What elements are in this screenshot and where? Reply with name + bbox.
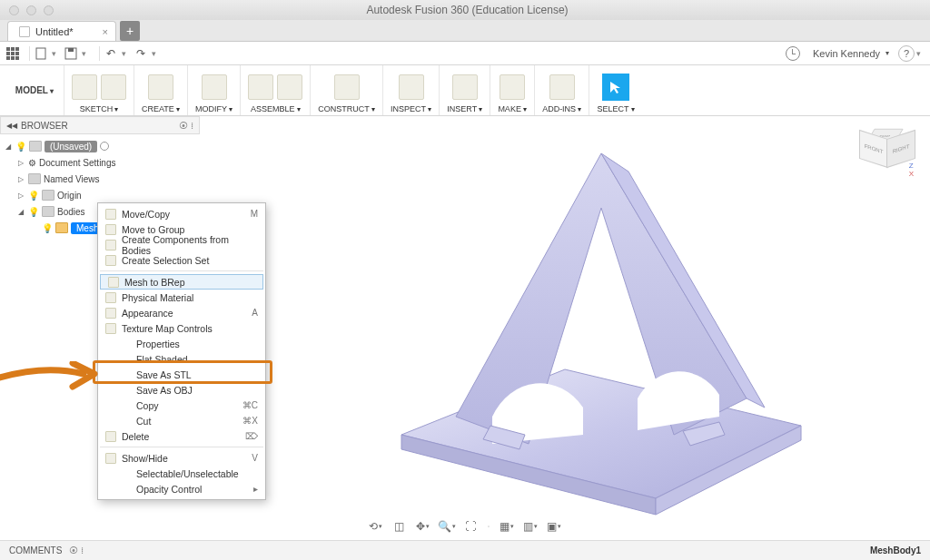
context-item[interactable]: Save As OBJ <box>98 382 265 398</box>
ribbon-group-modify[interactable]: MODIFY <box>187 65 240 115</box>
zoom-icon[interactable]: 🔍 <box>440 519 454 534</box>
minimize-window-icon[interactable] <box>26 5 36 15</box>
bulb-icon[interactable]: 💡 <box>42 223 53 233</box>
context-item-shortcut: ⌦ <box>245 431 258 441</box>
save-icon[interactable] <box>64 46 78 61</box>
folder-icon <box>28 173 41 184</box>
gear-icon: ⚙ <box>28 158 36 168</box>
component-icon <box>29 141 42 152</box>
viewcube[interactable]: TOP FRONT RIGHT ZX <box>857 123 908 174</box>
redo-icon[interactable]: ↷ <box>134 46 148 61</box>
mesh-icon <box>55 222 68 233</box>
svg-rect-5 <box>15 52 19 55</box>
create-icon <box>148 74 173 100</box>
grid-icon[interactable]: ▥ <box>523 519 538 534</box>
user-menu[interactable]: Kevin Kennedy▾ <box>813 48 889 59</box>
close-window-icon[interactable] <box>9 5 19 15</box>
close-tab-icon[interactable]: × <box>103 26 108 37</box>
help-button[interactable]: ? <box>898 45 915 62</box>
construct-icon <box>334 74 360 100</box>
svg-rect-2 <box>15 47 19 51</box>
context-item[interactable]: Physical Material <box>98 290 265 305</box>
context-item[interactable]: Properties <box>98 336 265 351</box>
tree-named-views[interactable]: ▷ Named Views <box>0 171 200 187</box>
context-item[interactable]: Move/CopyM <box>98 206 265 221</box>
ribbon-group-sketch[interactable]: SKETCH <box>64 65 134 115</box>
ribbon-group-create[interactable]: CREATE <box>134 65 187 115</box>
bulb-icon[interactable]: 💡 <box>28 207 39 217</box>
inspect-icon <box>399 74 424 100</box>
look-at-icon[interactable]: ◫ <box>392 519 407 534</box>
viewport-layout-icon[interactable]: ▣ <box>547 519 561 534</box>
comments-panel-toggle[interactable]: COMMENTS ⦿ ⁞ <box>9 545 84 555</box>
context-separator <box>100 447 263 447</box>
context-item[interactable]: Selectable/Unselectable <box>98 466 265 481</box>
context-item[interactable]: Save As STL <box>98 367 265 382</box>
context-item[interactable]: Mesh to BRep <box>100 274 263 290</box>
context-item[interactable]: Show/HideV <box>98 450 265 466</box>
zoom-window-icon[interactable] <box>44 5 54 15</box>
ribbon-group-select[interactable]: SELECT <box>589 65 641 115</box>
context-item-icon <box>104 431 118 442</box>
context-item-shortcut: V <box>252 453 258 463</box>
addins-icon <box>549 74 575 100</box>
display-style-icon[interactable]: ▦ <box>500 519 514 534</box>
select-icon <box>602 74 629 101</box>
ribbon-group-assemble[interactable]: ASSEMBLE <box>240 65 310 115</box>
tree-label: Named Views <box>44 174 100 184</box>
context-item-icon <box>104 308 118 319</box>
fit-icon[interactable]: ⛶ <box>463 519 478 534</box>
context-item-shortcut: M <box>251 209 258 219</box>
undo-icon[interactable]: ↶ <box>104 46 118 61</box>
context-item[interactable]: AppearanceA <box>98 305 265 320</box>
context-item[interactable]: Opacity Control▸ <box>98 481 265 496</box>
ribbon-group-construct[interactable]: CONSTRUCT <box>310 65 382 115</box>
ribbon-group-addins[interactable]: ADD-INS <box>534 65 589 115</box>
collapse-browser-icon[interactable]: ◀◀ <box>6 122 17 130</box>
document-tab[interactable]: Untitled* × <box>7 21 116 41</box>
context-item[interactable]: Cut⌘X <box>98 413 265 428</box>
window-titlebar: Autodesk Fusion 360 (Education License) <box>0 0 930 20</box>
context-item-label: Create Components from Bodies <box>118 234 258 256</box>
folder-icon <box>42 190 54 201</box>
context-item-icon <box>104 240 118 251</box>
bulb-icon[interactable]: 💡 <box>28 191 39 201</box>
svg-rect-6 <box>6 56 10 60</box>
context-item-label: Create Selection Set <box>118 255 258 266</box>
bulb-icon[interactable]: 💡 <box>15 142 26 152</box>
activate-icon[interactable] <box>100 142 109 151</box>
navigation-bar: ⟲ ◫ ✥ 🔍 ⛶ · ▦ ▥ ▣ <box>365 516 565 536</box>
ribbon-group-make[interactable]: MAKE <box>490 65 534 115</box>
context-item[interactable]: Flat Shaded <box>98 351 265 367</box>
window-title: Autodesk Fusion 360 (Education License) <box>54 4 881 16</box>
pan-icon[interactable]: ✥ <box>416 519 430 534</box>
pin-icon[interactable]: ⦿ ⁞ <box>179 121 193 131</box>
tree-root[interactable]: ◢💡 (Unsaved) <box>0 138 200 154</box>
pin-icon[interactable]: ⦿ ⁞ <box>69 545 84 555</box>
sketch-rect-icon <box>101 74 126 100</box>
new-tab-button[interactable]: + <box>120 21 140 41</box>
orbit-icon[interactable]: ⟲ <box>369 519 383 534</box>
assemble2-icon <box>277 74 302 100</box>
tree-document-settings[interactable]: ▷⚙ Document Settings <box>0 154 200 171</box>
context-item-icon <box>104 453 118 464</box>
jobs-clock-icon[interactable] <box>786 46 800 61</box>
context-item[interactable]: Texture Map Controls <box>98 320 265 336</box>
context-item[interactable]: Delete⌦ <box>98 428 265 444</box>
viewport-3d[interactable] <box>218 120 894 531</box>
ribbon-group-inspect[interactable]: INSPECT <box>382 65 439 115</box>
tree-origin[interactable]: ▷💡 Origin <box>0 187 200 203</box>
app-grid-icon[interactable] <box>5 46 20 61</box>
context-item-label: Show/Hide <box>118 453 252 464</box>
file-menu-icon[interactable] <box>34 46 48 61</box>
context-item[interactable]: Copy⌘C <box>98 398 265 413</box>
workspace-switcher[interactable]: MODEL <box>5 65 64 115</box>
context-item[interactable]: Create Components from Bodies <box>98 237 265 252</box>
context-item-shortcut: ⌘X <box>242 416 258 426</box>
context-item[interactable]: Create Selection Set <box>98 252 265 268</box>
context-item-label: Copy <box>118 400 242 411</box>
ribbon-group-insert[interactable]: INSERT <box>439 65 490 115</box>
browser-header[interactable]: ◀◀ BROWSER ⦿ ⁞ <box>0 116 200 134</box>
ribbon-toolbar: MODEL SKETCH CREATE MODIFY ASSEMBLE CONS… <box>0 65 930 116</box>
context-item-icon <box>104 255 118 266</box>
